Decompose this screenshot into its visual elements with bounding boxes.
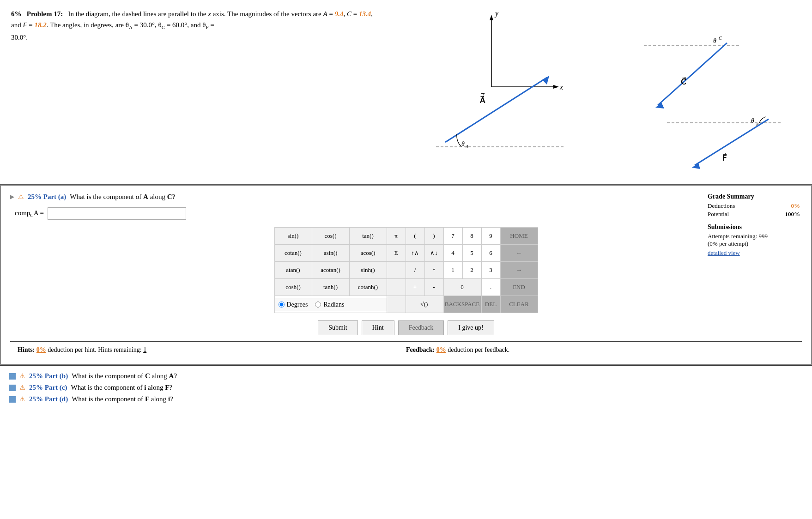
give-up-button[interactable]: I give up! xyxy=(448,320,494,335)
calc-row-3: atan() acotan() sinh() / * 1 2 3 → xyxy=(274,262,538,279)
btn-up[interactable]: ↑∧ xyxy=(406,245,424,261)
svg-text:y: y xyxy=(494,9,499,18)
radians-radio[interactable] xyxy=(315,302,321,308)
btn-empty2 xyxy=(387,279,406,296)
svg-marker-1 xyxy=(490,15,493,20)
angle-f-val: 30.0°. xyxy=(11,32,381,43)
btn-cosh[interactable]: cosh() xyxy=(275,279,312,296)
problem-section: 6% Problem 17: In the diagram, the dashe… xyxy=(0,0,812,185)
btn-multiply[interactable]: * xyxy=(425,262,443,278)
btn-8[interactable]: 8 xyxy=(463,228,481,244)
problem-number-label: Problem 17: xyxy=(27,10,63,18)
desc-angles: . The angles, in degrees, are θA = 30.0°… xyxy=(47,21,214,29)
part-b-warning: ⚠ xyxy=(19,372,25,380)
hints-label: Hints: xyxy=(18,346,35,353)
attempts-label: Attempts remaining: xyxy=(708,233,757,240)
hints-deduction-text: deduction per hint. Hints remaining: xyxy=(48,346,143,353)
svg-text:F: F xyxy=(756,122,759,127)
btn-atan[interactable]: atan() xyxy=(275,262,312,278)
comp-label: compCA = xyxy=(15,209,44,218)
submit-button[interactable]: Submit xyxy=(318,320,358,335)
btn-divide[interactable]: / xyxy=(406,262,424,278)
svg-text:x: x xyxy=(559,83,563,91)
submissions-title: Submissions xyxy=(708,223,800,231)
diagram-svg: y x ⃗ A⃗ θ A xyxy=(390,8,792,179)
part-c-warning: ⚠ xyxy=(19,384,25,392)
btn-sin[interactable]: sin() xyxy=(275,228,312,244)
problem-text: 6% Problem 17: In the diagram, the dashe… xyxy=(11,8,390,179)
part-d-warning: ⚠ xyxy=(19,395,25,403)
degrees-radio[interactable] xyxy=(279,302,285,308)
btn-del[interactable]: DEL xyxy=(482,296,500,313)
btn-dot[interactable]: . xyxy=(482,279,500,296)
part-c-icon xyxy=(9,385,16,391)
part-b-label: 25% Part (b) xyxy=(29,372,68,380)
btn-2[interactable]: 2 xyxy=(463,262,481,278)
btn-right-arrow[interactable]: → xyxy=(501,262,538,278)
svg-text:F⃗: F⃗ xyxy=(722,153,727,162)
expand-icon[interactable]: ▶ xyxy=(10,193,14,200)
btn-minus[interactable]: - xyxy=(425,279,443,296)
btn-4[interactable]: 4 xyxy=(444,245,462,261)
btn-clear[interactable]: CLEAR xyxy=(501,296,538,313)
problem-description: In the diagram, the dashed lines are par… xyxy=(68,10,334,18)
btn-1[interactable]: 1 xyxy=(444,262,462,278)
btn-empty3 xyxy=(387,296,406,313)
btn-0[interactable]: 0 xyxy=(444,279,481,296)
btn-tan[interactable]: tan() xyxy=(350,228,387,244)
btn-acos[interactable]: acos() xyxy=(350,245,387,261)
deductions-label: Deductions xyxy=(708,202,735,210)
svg-text:θ: θ xyxy=(461,140,465,147)
btn-cotanh[interactable]: cotanh() xyxy=(350,279,387,296)
hints-left: Hints: 0% deduction per hint. Hints rema… xyxy=(18,346,406,354)
btn-cos[interactable]: cos() xyxy=(312,228,349,244)
btn-down[interactable]: ∧↓ xyxy=(425,245,443,261)
btn-left-arrow[interactable]: ← xyxy=(501,245,538,261)
btn-6[interactable]: 6 xyxy=(482,245,500,261)
btn-sqrt[interactable]: √() xyxy=(406,296,443,313)
part-d-label: 25% Part (d) xyxy=(29,395,68,403)
btn-3[interactable]: 3 xyxy=(482,262,500,278)
btn-pi[interactable]: π xyxy=(387,228,406,244)
input-row: compCA = xyxy=(10,207,802,220)
part-b-question: What is the component of C along A? xyxy=(72,372,177,380)
potential-value: 100% xyxy=(785,211,800,218)
part-a-label: 25% Part (a) xyxy=(28,193,66,201)
answer-section: Grade Summary Deductions 0% Potential 10… xyxy=(0,185,812,365)
part-d-icon xyxy=(9,396,16,403)
F-value: 18.2 xyxy=(35,21,47,29)
svg-line-7 xyxy=(445,78,547,142)
btn-plus[interactable]: + xyxy=(406,279,424,296)
detailed-view-link[interactable]: detailed view xyxy=(708,249,740,256)
radians-radio-label[interactable]: Radians xyxy=(315,301,344,308)
svg-text:θ: θ xyxy=(751,117,754,124)
degrees-radio-label[interactable]: Degrees xyxy=(279,301,308,308)
deductions-value: 0% xyxy=(791,202,800,210)
svg-text:A⃗: A⃗ xyxy=(479,96,485,104)
feedback-button[interactable]: Feedback xyxy=(398,320,444,335)
btn-asin[interactable]: asin() xyxy=(312,245,349,261)
btn-E[interactable]: E xyxy=(387,245,406,261)
calc-row-5: Degrees Radians √() BACKSPACE DEL CLEAR xyxy=(274,296,538,313)
btn-home[interactable]: HOME xyxy=(501,228,538,244)
hint-button[interactable]: Hint xyxy=(362,320,394,335)
btn-cotan[interactable]: cotan() xyxy=(275,245,312,261)
btn-acotan[interactable]: acotan() xyxy=(312,262,349,278)
btn-backspace[interactable]: BACKSPACE xyxy=(444,296,481,313)
C-value: 13.4 xyxy=(359,10,371,18)
btn-tanh[interactable]: tanh() xyxy=(312,279,349,296)
btn-7[interactable]: 7 xyxy=(444,228,462,244)
per-attempt-pct: 0% xyxy=(709,240,717,247)
grade-summary-title: Grade Summary xyxy=(708,193,800,200)
btn-rparen[interactable]: ) xyxy=(425,228,443,244)
calculator-wrapper: sin() cos() tan() π ( ) 7 8 9 HOME cotan… xyxy=(10,227,802,313)
answer-input[interactable] xyxy=(48,207,186,220)
btn-sinh[interactable]: sinh() xyxy=(350,262,387,278)
desc-c: , C = xyxy=(343,10,358,18)
btn-end[interactable]: END xyxy=(501,279,538,296)
btn-lparen[interactable]: ( xyxy=(406,228,424,244)
degrees-radians-row: Degrees Radians xyxy=(275,298,387,311)
btn-9[interactable]: 9 xyxy=(482,228,500,244)
svg-text:A: A xyxy=(465,144,469,149)
btn-5[interactable]: 5 xyxy=(463,245,481,261)
